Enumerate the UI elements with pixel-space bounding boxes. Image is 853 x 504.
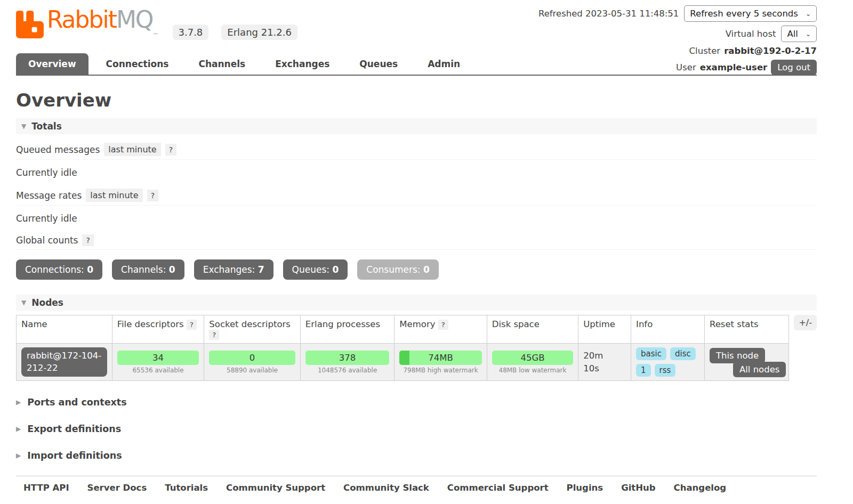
- col-uptime: Uptime: [578, 315, 631, 344]
- disk-meter-cell: 45GB 48MB low watermark: [487, 344, 578, 381]
- footer-link-commercial-support[interactable]: Commercial Support: [447, 483, 549, 493]
- reset-this-node-button[interactable]: This node: [710, 348, 765, 363]
- cluster-name: rabbit@192-0-2-17: [724, 46, 817, 56]
- count-badge-queues: Queues: 0: [283, 259, 348, 280]
- chevron-down-icon: ⌄: [806, 30, 811, 38]
- reset-stats-cell: This node All nodes: [704, 344, 788, 381]
- sd-meter-cell: 0 58890 available: [204, 344, 301, 381]
- footer-link-server-docs[interactable]: Server Docs: [87, 483, 147, 493]
- disk-meter: 45GB: [492, 351, 573, 365]
- count-badge-channels: Channels: 0: [112, 259, 184, 280]
- collapse-icon: ▼: [21, 299, 26, 306]
- tab-channels[interactable]: Channels: [186, 53, 257, 75]
- col-memory: Memory ?: [395, 315, 487, 344]
- count-badge-consumers: Consumers: 0: [357, 259, 439, 280]
- col-reset-stats: Reset stats: [704, 315, 788, 344]
- queued-period-badge[interactable]: last minute: [104, 143, 160, 156]
- node-row: rabbit@172-104-212-22 34 65536 available…: [17, 344, 789, 381]
- user-label: User: [676, 62, 696, 72]
- global-counts-label: Global counts: [16, 235, 78, 246]
- info-badge-plugins-count: 1: [636, 364, 651, 377]
- nodes-section-header[interactable]: ▼ Nodes: [16, 295, 817, 311]
- col-socket-descriptors: Socket descriptors ?: [204, 315, 301, 344]
- chevron-down-icon: ⌄: [806, 10, 811, 18]
- section-ports-and-contexts[interactable]: ▶ Ports and contexts: [16, 397, 817, 408]
- nodes-table: Name File descriptors ? Socket descripto…: [16, 315, 789, 381]
- footer: HTTP API Server Docs Tutorials Community…: [16, 476, 817, 493]
- memory-meter-cell: 74MB 798MB high watermark: [395, 344, 487, 381]
- version-badge: 3.7.8: [173, 25, 209, 40]
- tab-admin[interactable]: Admin: [415, 53, 472, 75]
- expand-icon: ▶: [16, 452, 21, 459]
- uptime-value: 20m 10s: [583, 349, 610, 375]
- sd-help-icon[interactable]: ?: [209, 330, 219, 340]
- expand-icon: ▶: [16, 399, 21, 406]
- refreshed-timestamp: Refreshed 2023-05-31 11:48:51: [538, 9, 679, 19]
- memory-meter: 74MB: [399, 351, 481, 365]
- section-export-definitions[interactable]: ▶ Export definitions: [16, 424, 817, 434]
- info-badge-basic: basic: [636, 347, 666, 360]
- footer-link-changelog[interactable]: Changelog: [674, 483, 727, 493]
- page-title: Overview: [16, 90, 817, 111]
- section-import-definitions[interactable]: ▶ Import definitions: [16, 450, 817, 461]
- nodes-title: Nodes: [31, 297, 63, 308]
- footer-link-http-api[interactable]: HTTP API: [23, 483, 69, 493]
- rabbit-icon: [16, 11, 44, 38]
- rates-help-icon[interactable]: ?: [147, 190, 158, 201]
- totals-title: Totals: [31, 121, 62, 132]
- footer-link-community-support[interactable]: Community Support: [226, 483, 325, 493]
- col-disk-space: Disk space: [487, 315, 578, 344]
- collapse-icon: ▼: [21, 123, 26, 130]
- tab-queues[interactable]: Queues: [347, 53, 410, 75]
- footer-link-github[interactable]: GitHub: [621, 483, 655, 493]
- global-counts-help-icon[interactable]: ?: [82, 234, 93, 246]
- erlang-meter-cell: 378 1048576 available: [300, 344, 395, 381]
- cluster-label: Cluster: [689, 46, 721, 56]
- tab-exchanges[interactable]: Exchanges: [263, 53, 342, 75]
- queued-idle-text: Currently idle: [16, 160, 817, 184]
- rates-period-badge[interactable]: last minute: [86, 189, 142, 202]
- rabbitmq-logo[interactable]: RabbitMQ™: [16, 7, 158, 38]
- queued-help-icon[interactable]: ?: [165, 144, 176, 156]
- virtual-host-select[interactable]: All ⌄: [781, 26, 817, 42]
- erlang-meter: 378: [305, 351, 390, 365]
- count-badge-exchanges: Exchanges: 7: [194, 259, 273, 280]
- logout-button[interactable]: Log out: [771, 60, 817, 75]
- logo-text: RabbitMQ™: [47, 8, 158, 38]
- virtual-host-label: Virtual host: [726, 29, 776, 39]
- footer-link-community-slack[interactable]: Community Slack: [343, 483, 429, 493]
- queued-messages-label: Queued messages: [16, 144, 100, 155]
- tab-connections[interactable]: Connections: [94, 53, 181, 75]
- count-badge-connections: Connections: 0: [16, 259, 102, 280]
- reset-all-nodes-button[interactable]: All nodes: [733, 362, 786, 377]
- fd-help-icon[interactable]: ?: [187, 320, 197, 330]
- tab-overview[interactable]: Overview: [16, 53, 88, 75]
- node-name-badge[interactable]: rabbit@172-104-212-22: [21, 347, 107, 377]
- plus-minus-button[interactable]: +/-: [794, 315, 817, 330]
- footer-link-plugins[interactable]: Plugins: [567, 483, 603, 493]
- refresh-interval-select[interactable]: Refresh every 5 seconds ⌄: [684, 5, 817, 22]
- col-erlang-processes: Erlang processes: [300, 315, 395, 344]
- col-name: Name: [17, 315, 112, 344]
- expand-icon: ▶: [16, 425, 21, 433]
- erlang-version-badge: Erlang 21.2.6: [221, 25, 297, 40]
- memory-help-icon[interactable]: ?: [438, 320, 448, 330]
- totals-section-header[interactable]: ▼ Totals: [16, 118, 817, 134]
- info-badge-disc: disc: [670, 347, 696, 360]
- sd-meter: 0: [209, 351, 295, 365]
- header: RabbitMQ™ 3.7.8 Erlang 21.2.6 Refreshed …: [16, 0, 817, 51]
- col-file-descriptors: File descriptors ?: [112, 315, 204, 344]
- col-info: Info: [631, 315, 705, 344]
- footer-link-tutorials[interactable]: Tutorials: [165, 483, 208, 493]
- user-name: example-user: [700, 62, 768, 72]
- message-rates-label: Message rates: [16, 190, 82, 201]
- fd-meter: 34: [117, 351, 199, 365]
- fd-meter-cell: 34 65536 available: [112, 344, 204, 381]
- info-badges: basic disc 1 rss: [636, 347, 696, 377]
- info-badge-rss: rss: [655, 364, 676, 377]
- rates-idle-text: Currently idle: [16, 206, 817, 230]
